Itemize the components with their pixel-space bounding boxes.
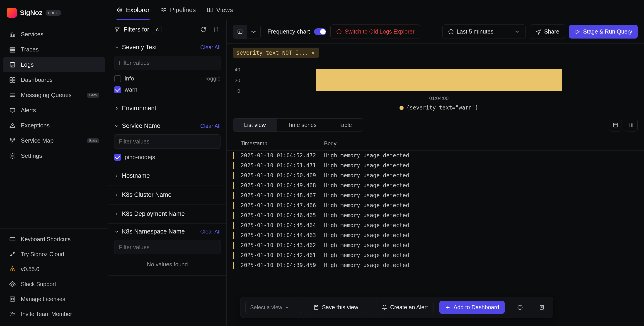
log-row[interactable]: 2025-01-10 01:04:42.461High memory usage… (226, 250, 644, 260)
tab-explorer[interactable]: Explorer (116, 0, 150, 20)
sidebar-bottom-slack-support[interactable]: Slack Support (3, 276, 105, 291)
share-button[interactable]: Share (530, 25, 565, 39)
view-switch-row: List viewTime seriesTable (226, 113, 644, 137)
facet-head-k8s-deployment[interactable]: K8s Deployment Name (114, 210, 220, 217)
facet-service-name: Service Name Clear All pino-nodejs (108, 118, 226, 166)
checkbox[interactable] (114, 75, 121, 82)
cell-timestamp: 2025-01-10 01:04:39.459 (241, 262, 318, 268)
nav-icon (9, 281, 16, 287)
log-row[interactable]: 2025-01-10 01:04:50.469High memory usage… (226, 170, 644, 180)
workspace: Frequency chart Switch to Old Logs Explo… (226, 20, 644, 326)
facet-head-k8s-cluster[interactable]: K8s Cluster Name (114, 191, 220, 198)
view-tab-time-series[interactable]: Time series (277, 119, 328, 132)
sidebar-item-dashboards[interactable]: Dashboards (3, 72, 105, 88)
tier-badge: FREE (46, 10, 61, 16)
checkbox[interactable] (114, 86, 121, 93)
sidebar-item-label: Keyboard Shortcuts (21, 236, 71, 243)
filter-values-input-namespace[interactable] (114, 240, 220, 254)
facet-hostname: Hostname (108, 166, 226, 185)
log-row[interactable]: 2025-01-10 01:04:46.465High memory usage… (226, 210, 644, 220)
option-label: warn (125, 86, 137, 93)
beta-badge: Beta (87, 138, 99, 143)
time-range-picker[interactable]: Last 5 minutes (442, 25, 526, 39)
svg-rect-7 (10, 51, 15, 52)
sidebar-item-logs[interactable]: Logs (3, 57, 105, 72)
refresh-filters-button[interactable] (199, 25, 208, 34)
checkbox[interactable] (114, 154, 121, 161)
chart-bar[interactable] (316, 69, 562, 91)
svg-rect-2 (10, 34, 11, 37)
filter-values-input-service[interactable] (114, 134, 220, 149)
facet-head-hostname[interactable]: Hostname (114, 172, 220, 179)
log-row[interactable]: 2025-01-10 01:04:45.464High memory usage… (226, 220, 644, 230)
facet-title: K8s Namespace Name (122, 228, 185, 235)
create-alert-button[interactable]: Create an Alert (376, 301, 434, 314)
sidebar-item-label: Services (21, 31, 44, 38)
log-row[interactable]: 2025-01-10 01:04:48.467High memory usage… (226, 190, 644, 200)
sidebar-bottom-v0-55-0[interactable]: v0.55.0 (3, 262, 105, 276)
view-tab-list-view[interactable]: List view (233, 119, 277, 132)
format-options-button[interactable] (609, 119, 622, 132)
sidebar-bottom-keyboard-shortcuts[interactable]: Keyboard Shortcuts (3, 232, 105, 247)
facet-head-environment[interactable]: Environment (114, 105, 220, 112)
plus-icon (445, 304, 451, 310)
facet-title: K8s Deployment Name (122, 210, 185, 217)
log-row[interactable]: 2025-01-10 01:04:43.462High memory usage… (226, 240, 644, 250)
columns-options-button[interactable] (625, 119, 638, 132)
log-row[interactable]: 2025-01-10 01:04:39.459High memory usage… (226, 260, 644, 270)
sidebar: SigNoz FREE ServicesTracesLogsDashboards… (0, 0, 108, 326)
sidebar-bottom-invite-team-member[interactable]: Invite Team Member (3, 306, 105, 321)
severity-indicator (233, 192, 234, 199)
sidebar-item-label: Manage Licenses (21, 296, 65, 302)
clear-all-service[interactable]: Clear All (200, 123, 220, 129)
add-to-dashboard-button[interactable]: Add to Dashboard (440, 301, 505, 314)
log-row[interactable]: 2025-01-10 01:04:52.472High memory usage… (226, 151, 644, 161)
sidebar-collapse-icon[interactable] (94, 9, 101, 17)
sidebar-header: SigNoz FREE (0, 0, 108, 25)
tab-pipelines[interactable]: Pipelines (160, 0, 196, 20)
select-view-dropdown[interactable]: Select a view (246, 301, 302, 314)
log-row[interactable]: 2025-01-10 01:04:44.463High memory usage… (226, 230, 644, 240)
sidebar-item-services[interactable]: Services (3, 27, 105, 42)
sidebar-items: ServicesTracesLogsDashboardsMessaging Qu… (0, 25, 108, 228)
info-button[interactable] (514, 301, 526, 314)
log-row[interactable]: 2025-01-10 01:04:47.466High memory usage… (226, 200, 644, 210)
builder-mode-button[interactable] (233, 25, 247, 39)
facet-head-k8s-namespace[interactable]: K8s Namespace Name Clear All (114, 228, 220, 235)
option-label: pino-nodejs (125, 154, 155, 161)
filter-values-input-severity[interactable] (114, 56, 220, 70)
view-tab-table[interactable]: Table (328, 119, 363, 132)
sidebar-item-settings[interactable]: Settings (3, 148, 105, 163)
log-row[interactable]: 2025-01-10 01:04:49.468High memory usage… (226, 180, 644, 190)
sidebar-item-messaging-queues[interactable]: Messaging QueuesBeta (3, 88, 105, 103)
facet-title: Severity Text (122, 44, 157, 51)
log-row[interactable]: 2025-01-10 01:04:51.471High memory usage… (226, 161, 644, 170)
clear-all-namespace[interactable]: Clear All (200, 228, 220, 235)
sidebar-item-label: Exceptions (21, 122, 50, 129)
remove-chip-icon[interactable]: ✕ (311, 50, 316, 56)
sidebar-bottom-manage-licenses[interactable]: Manage Licenses (3, 291, 105, 306)
chevron-right-icon (114, 211, 119, 216)
facet-head-severity-text[interactable]: Severity Text Clear All (114, 44, 220, 51)
switch-old-logs-button[interactable]: Switch to Old Logs Explorer (330, 25, 420, 39)
sidebar-item-exceptions[interactable]: Exceptions (3, 118, 105, 133)
sort-filters-button[interactable] (212, 25, 220, 34)
run-query-button[interactable]: Stage & Run Query (569, 25, 638, 39)
toggle-only-button[interactable]: Toggle (204, 76, 220, 82)
clock-icon (448, 29, 454, 35)
tab-views[interactable]: Views (207, 0, 233, 20)
sidebar-item-label: Traces (21, 46, 39, 53)
sidebar-item-alerts[interactable]: Alerts (3, 103, 105, 118)
header-timestamp: Timestamp (241, 140, 318, 147)
facet-environment: Environment (108, 99, 226, 118)
facet-head-service-name[interactable]: Service Name Clear All (114, 122, 220, 129)
download-button[interactable] (536, 301, 548, 314)
raw-mode-button[interactable] (247, 25, 260, 39)
sidebar-item-traces[interactable]: Traces (3, 42, 105, 57)
frequency-toggle[interactable] (314, 28, 326, 35)
sidebar-bottom-try-signoz-cloud[interactable]: Try Signoz Cloud (3, 247, 105, 262)
sidebar-item-service-map[interactable]: Service MapBeta (3, 133, 105, 148)
save-view-button[interactable]: Save this view (308, 301, 364, 314)
clear-all-severity[interactable]: Clear All (200, 44, 220, 51)
filter-chip[interactable]: severity_text NOT_I... ✕ (233, 48, 319, 58)
